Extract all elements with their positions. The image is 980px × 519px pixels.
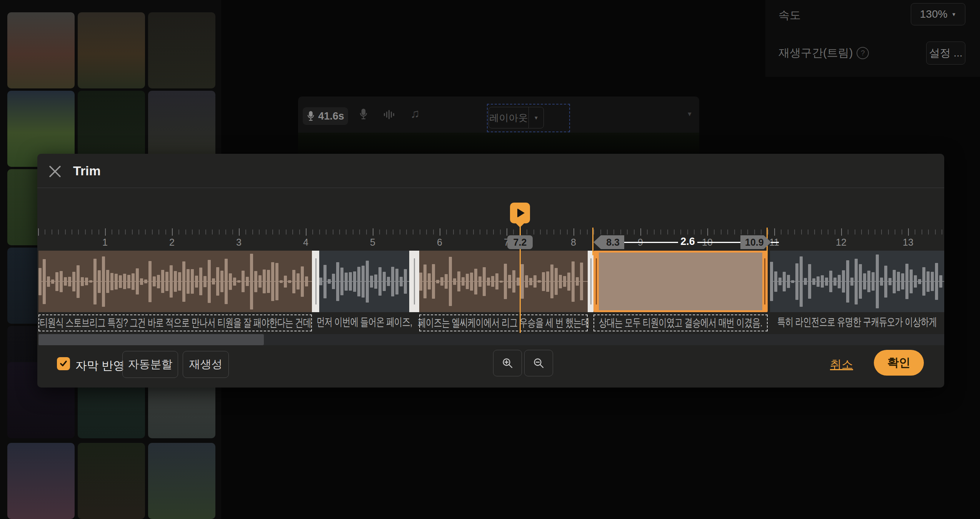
- audio-duration-chip[interactable]: 41.6s: [303, 107, 348, 125]
- video-preview: [298, 133, 699, 154]
- zoom-out-icon: [533, 357, 545, 369]
- app-background: 41.6s ♫ 레이아웃 ▼ ▼ 속도 130% ▼ 재생구간(트림) ? 설정…: [0, 0, 980, 519]
- trim-handle-right[interactable]: [764, 258, 765, 304]
- playhead-time-badge: 7.2: [507, 235, 533, 249]
- trim-label-row: 재생구간(트림) ?: [778, 45, 869, 61]
- waveform-bars: [38, 251, 312, 312]
- speed-value: 130%: [920, 8, 948, 20]
- audio-segment-selected[interactable]: [593, 251, 768, 312]
- waveform-scrollbar-thumb[interactable]: [38, 334, 264, 345]
- confirm-button[interactable]: 확인: [874, 350, 924, 376]
- caret-down-icon: ▼: [529, 115, 543, 120]
- zoom-in-button[interactable]: [493, 350, 522, 376]
- music-note-icon[interactable]: ♫: [410, 106, 420, 121]
- zoom-in-icon: [502, 357, 514, 369]
- caret-down-icon[interactable]: ▼: [687, 111, 693, 117]
- trim-settings-label: 설정 ...: [929, 46, 962, 60]
- audio-segment[interactable]: [319, 251, 409, 312]
- speed-label: 속도: [778, 8, 801, 23]
- media-thumbnail-forest-bridge[interactable]: [78, 443, 145, 519]
- audio-segment[interactable]: [38, 251, 312, 312]
- mic-icon[interactable]: [359, 108, 368, 122]
- audio-segment[interactable]: [419, 251, 588, 312]
- audio-toolbar: 41.6s ♫ 레이아웃 ▼ ▼: [298, 96, 699, 133]
- clip-divider[interactable]: [312, 251, 319, 312]
- caret-down-icon: ▼: [951, 12, 956, 17]
- subtitle-text: 티원식 스토브리그 특징? 그건 바로 적으로 만나서 티원을 잘 패야한다는 …: [40, 315, 311, 331]
- audio-duration-label: 41.6s: [318, 110, 344, 122]
- subtitle-segment-text[interactable]: 먼저 이번에 들어온 페이즈,: [319, 314, 409, 330]
- waveform-bars: [770, 251, 944, 312]
- clip-divider[interactable]: [409, 251, 419, 312]
- subtitle-segment-box[interactable]: 페이즈는 엘씨케이에서 리그 우승을 세 번 했는데: [419, 314, 588, 331]
- trim-dialog: Trim 12345678910111213 2.6 8.3 10.9 7.2 …: [37, 154, 944, 388]
- media-thumbnail-mountain-sunset[interactable]: [78, 12, 145, 88]
- waveform-bars: [419, 251, 588, 312]
- subtitle-sync-label[interactable]: 자막 반영: [75, 358, 125, 374]
- clip-divider[interactable]: [588, 251, 593, 312]
- audio-segment[interactable]: [770, 251, 944, 312]
- subtitle-text: 먼저 이번에 들어온 페이즈,: [317, 314, 412, 330]
- cancel-link[interactable]: 취소: [830, 357, 853, 373]
- subtitle-segment-text[interactable]: 특히 라인전으로 유명한 구캐듀오가 이상하게: [770, 314, 944, 330]
- trim-label: 재생구간(트림): [778, 45, 853, 61]
- subtitle-text: 특히 라인전으로 유명한 구캐듀오가 이상하게: [777, 314, 937, 330]
- selection-start-line: [592, 228, 593, 255]
- regenerate-button[interactable]: 재생성: [183, 351, 229, 378]
- speed-dropdown[interactable]: 130% ▼: [911, 3, 965, 25]
- selection-duration-label: 2.6: [680, 236, 695, 248]
- media-thumbnail-poppy-field[interactable]: [7, 12, 75, 88]
- subtitle-text: 상대는 모두 티원이였고 결승에서 매번 이겼음.: [599, 315, 762, 331]
- subtitle-text: 페이즈는 엘씨케이에서 리그 우승을 세 번 했는데: [418, 315, 589, 331]
- help-icon[interactable]: ?: [857, 47, 869, 59]
- layout-dropdown-label: 레이아웃: [489, 111, 528, 124]
- media-thumbnail-sunset-beach[interactable]: [7, 443, 75, 519]
- clip-properties-panel: 속도 130% ▼ 재생구간(트림) ? 설정 ...: [765, 0, 980, 77]
- waveform-bars: [599, 253, 762, 310]
- mic-icon: [307, 110, 315, 122]
- volume-wave-icon[interactable]: [383, 110, 397, 121]
- trim-handle-left[interactable]: [596, 258, 597, 304]
- layout-dropdown[interactable]: 레이아웃 ▼: [488, 107, 544, 128]
- trim-settings-button[interactable]: 설정 ...: [926, 42, 965, 65]
- subtitle-sync-checkbox[interactable]: [57, 357, 70, 370]
- zoom-out-button[interactable]: [524, 350, 553, 376]
- media-thumbnail-mountain-river[interactable]: [148, 443, 215, 519]
- media-thumbnail-dark-mountains[interactable]: [148, 12, 215, 88]
- subtitle-segment-box[interactable]: 티원식 스토브리그 특징? 그건 바로 적으로 만나서 티원을 잘 패야한다는 …: [38, 314, 312, 331]
- subtitle-segment-box[interactable]: 상대는 모두 티원이였고 결승에서 매번 이겼음.: [593, 314, 768, 331]
- waveform-bars: [319, 251, 409, 312]
- waveform-scrollbar-track[interactable]: [38, 334, 944, 345]
- check-icon: [59, 359, 68, 368]
- auto-split-button[interactable]: 자동분할: [122, 351, 178, 378]
